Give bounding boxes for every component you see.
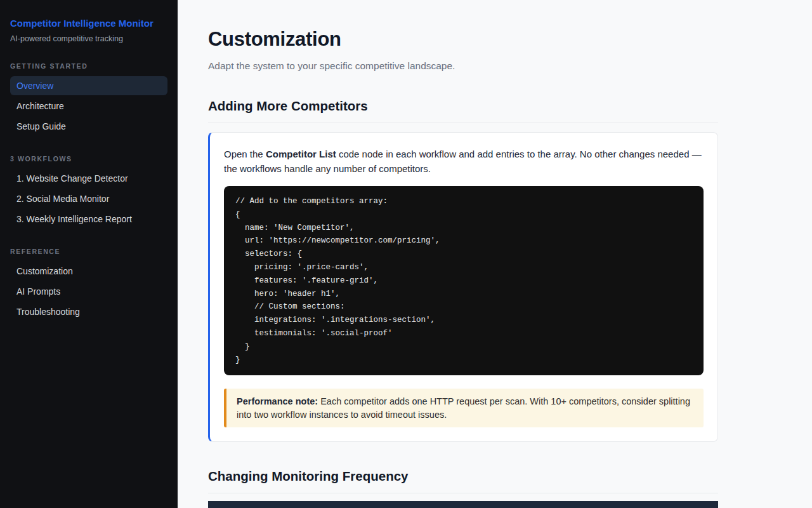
table-header-workflow: Workflow bbox=[208, 501, 313, 508]
monitoring-frequency-table: Workflow Default How to Change bbox=[208, 501, 718, 508]
intro-text-prefix: Open the bbox=[224, 149, 266, 159]
nav-section-reference: REFERENCE bbox=[10, 248, 167, 255]
table-header-row: Workflow Default How to Change bbox=[208, 501, 718, 508]
section-heading-adding-more-competitors: Adding More Competitors bbox=[208, 98, 718, 123]
sidebar-item-overview[interactable]: Overview bbox=[10, 76, 167, 95]
main-content: Customization Adapt the system to your s… bbox=[178, 0, 812, 508]
sidebar-item-weekly-intelligence-report[interactable]: 3. Weekly Intelligence Report bbox=[10, 210, 167, 229]
sidebar: Competitor Intelligence Monitor AI-power… bbox=[0, 0, 178, 508]
nav-group-workflows: 1. Website Change Detector 2. Social Med… bbox=[10, 169, 167, 229]
sidebar-item-social-media-monitor[interactable]: 2. Social Media Monitor bbox=[10, 189, 167, 208]
section-heading-monitoring-frequency: Changing Monitoring Frequency bbox=[208, 469, 718, 493]
performance-note-label: Performance note: bbox=[237, 396, 318, 406]
page-subtitle: Adapt the system to your specific compet… bbox=[208, 60, 718, 72]
performance-note-callout: Performance note: Each competitor adds o… bbox=[224, 389, 704, 427]
adding-competitors-card: Open the Competitor List code node in ea… bbox=[208, 132, 718, 442]
card-intro-paragraph: Open the Competitor List code node in ea… bbox=[224, 147, 704, 176]
intro-text-bold: Competitor List bbox=[266, 149, 336, 159]
sidebar-item-setup-guide[interactable]: Setup Guide bbox=[10, 117, 167, 136]
code-block-competitor-entry: // Add to the competitors array: { name:… bbox=[224, 186, 704, 375]
sidebar-item-troubleshooting[interactable]: Troubleshooting bbox=[10, 302, 167, 321]
nav-section-workflows: 3 WORKFLOWS bbox=[10, 155, 167, 163]
nav-section-getting-started: GETTING STARTED bbox=[10, 62, 167, 70]
table-header-how-to-change: How to Change bbox=[397, 501, 718, 508]
app-title[interactable]: Competitor Intelligence Monitor bbox=[10, 18, 167, 30]
sidebar-item-website-change-detector[interactable]: 1. Website Change Detector bbox=[10, 169, 167, 188]
sidebar-item-ai-prompts[interactable]: AI Prompts bbox=[10, 282, 167, 301]
sidebar-item-architecture[interactable]: Architecture bbox=[10, 97, 167, 116]
app-subtitle: AI-powered competitive tracking bbox=[10, 34, 167, 43]
page-title: Customization bbox=[208, 28, 718, 51]
nav-group-reference: Customization AI Prompts Troubleshooting bbox=[10, 262, 167, 321]
nav-group-getting-started: Overview Architecture Setup Guide bbox=[10, 76, 167, 136]
sidebar-item-customization[interactable]: Customization bbox=[10, 262, 167, 281]
table-header-default: Default bbox=[313, 501, 397, 508]
